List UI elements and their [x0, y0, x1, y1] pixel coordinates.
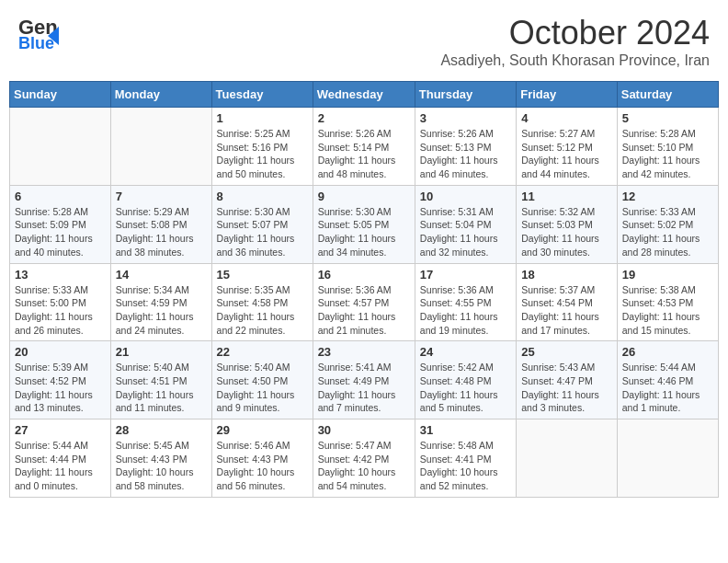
calendar-week-row: 6Sunrise: 5:28 AM Sunset: 5:09 PM Daylig…	[10, 185, 719, 263]
day-info: Sunrise: 5:40 AM Sunset: 4:50 PM Dayligh…	[217, 361, 308, 415]
day-number: 8	[217, 190, 308, 203]
day-info: Sunrise: 5:28 AM Sunset: 5:09 PM Dayligh…	[15, 205, 106, 259]
day-number: 9	[318, 190, 410, 203]
calendar-cell: 18Sunrise: 5:37 AM Sunset: 4:54 PM Dayli…	[517, 263, 618, 341]
day-info: Sunrise: 5:33 AM Sunset: 5:00 PM Dayligh…	[15, 283, 106, 338]
weekday-header: Saturday	[617, 82, 718, 108]
calendar-cell: 10Sunrise: 5:31 AM Sunset: 5:04 PM Dayli…	[415, 185, 516, 263]
calendar-cell: 19Sunrise: 5:38 AM Sunset: 4:53 PM Dayli…	[617, 263, 718, 341]
day-info: Sunrise: 5:47 AM Sunset: 4:42 PM Dayligh…	[318, 439, 410, 493]
calendar-cell: 28Sunrise: 5:45 AM Sunset: 4:43 PM Dayli…	[110, 419, 211, 498]
day-info: Sunrise: 5:26 AM Sunset: 5:14 PM Dayligh…	[318, 127, 410, 181]
day-number: 29	[217, 423, 308, 437]
day-info: Sunrise: 5:31 AM Sunset: 5:04 PM Dayligh…	[420, 205, 511, 259]
day-number: 18	[521, 268, 612, 282]
calendar-title: October 2024	[440, 14, 710, 52]
day-number: 19	[622, 268, 713, 282]
calendar-cell: 2Sunrise: 5:26 AM Sunset: 5:14 PM Daylig…	[313, 108, 415, 186]
day-info: Sunrise: 5:36 AM Sunset: 4:57 PM Dayligh…	[318, 283, 410, 338]
calendar-cell: 23Sunrise: 5:41 AM Sunset: 4:49 PM Dayli…	[313, 341, 415, 419]
weekday-header: Sunday	[10, 82, 111, 108]
weekday-header: Wednesday	[313, 82, 415, 108]
calendar-cell: 31Sunrise: 5:48 AM Sunset: 4:41 PM Dayli…	[415, 419, 516, 498]
calendar-cell	[517, 419, 618, 498]
day-info: Sunrise: 5:32 AM Sunset: 5:03 PM Dayligh…	[521, 205, 612, 259]
calendar-cell: 21Sunrise: 5:40 AM Sunset: 4:51 PM Dayli…	[110, 341, 211, 419]
calendar-cell: 25Sunrise: 5:43 AM Sunset: 4:47 PM Dayli…	[517, 341, 618, 419]
day-info: Sunrise: 5:33 AM Sunset: 5:02 PM Dayligh…	[622, 205, 713, 259]
day-info: Sunrise: 5:44 AM Sunset: 4:44 PM Dayligh…	[15, 439, 106, 493]
day-number: 14	[116, 268, 207, 282]
day-number: 10	[420, 190, 511, 203]
day-info: Sunrise: 5:30 AM Sunset: 5:07 PM Dayligh…	[217, 205, 308, 259]
svg-text:Blue: Blue	[18, 34, 54, 52]
calendar-cell: 22Sunrise: 5:40 AM Sunset: 4:50 PM Dayli…	[211, 341, 313, 419]
calendar-cell: 20Sunrise: 5:39 AM Sunset: 4:52 PM Dayli…	[10, 341, 111, 419]
day-number: 24	[420, 345, 511, 359]
calendar-cell: 13Sunrise: 5:33 AM Sunset: 5:00 PM Dayli…	[10, 263, 111, 341]
day-info: Sunrise: 5:25 AM Sunset: 5:16 PM Dayligh…	[217, 127, 308, 181]
calendar-cell: 7Sunrise: 5:29 AM Sunset: 5:08 PM Daylig…	[110, 185, 211, 263]
calendar-cell: 29Sunrise: 5:46 AM Sunset: 4:43 PM Dayli…	[211, 419, 313, 498]
calendar-cell: 6Sunrise: 5:28 AM Sunset: 5:09 PM Daylig…	[10, 185, 111, 263]
day-number: 15	[217, 268, 308, 282]
day-info: Sunrise: 5:43 AM Sunset: 4:47 PM Dayligh…	[521, 361, 612, 415]
calendar-cell: 15Sunrise: 5:35 AM Sunset: 4:58 PM Dayli…	[211, 263, 313, 341]
logo: General Blue	[18, 14, 59, 54]
calendar-cell: 16Sunrise: 5:36 AM Sunset: 4:57 PM Dayli…	[313, 263, 415, 341]
calendar-table: SundayMondayTuesdayWednesdayThursdayFrid…	[9, 81, 719, 498]
weekday-header: Tuesday	[211, 82, 313, 108]
day-info: Sunrise: 5:27 AM Sunset: 5:12 PM Dayligh…	[521, 127, 612, 181]
calendar-cell: 26Sunrise: 5:44 AM Sunset: 4:46 PM Dayli…	[617, 341, 718, 419]
day-info: Sunrise: 5:40 AM Sunset: 4:51 PM Dayligh…	[116, 361, 207, 415]
calendar-cell	[110, 108, 211, 186]
calendar-subtitle: Asadiyeh, South Khorasan Province, Iran	[440, 52, 710, 69]
calendar-cell: 3Sunrise: 5:26 AM Sunset: 5:13 PM Daylig…	[415, 108, 516, 186]
day-number: 6	[15, 190, 106, 203]
weekday-header: Friday	[517, 82, 618, 108]
calendar-cell: 11Sunrise: 5:32 AM Sunset: 5:03 PM Dayli…	[517, 185, 618, 263]
day-number: 2	[318, 111, 410, 125]
day-info: Sunrise: 5:34 AM Sunset: 4:59 PM Dayligh…	[116, 283, 207, 338]
day-number: 28	[116, 423, 207, 437]
day-info: Sunrise: 5:45 AM Sunset: 4:43 PM Dayligh…	[116, 439, 207, 493]
day-number: 31	[420, 423, 511, 437]
day-info: Sunrise: 5:35 AM Sunset: 4:58 PM Dayligh…	[217, 283, 308, 338]
day-number: 5	[622, 111, 713, 125]
calendar-week-row: 27Sunrise: 5:44 AM Sunset: 4:44 PM Dayli…	[10, 419, 719, 498]
day-info: Sunrise: 5:36 AM Sunset: 4:55 PM Dayligh…	[420, 283, 511, 338]
page-header: General Blue October 2024 Asadiyeh, Sout…	[9, 9, 719, 74]
day-info: Sunrise: 5:26 AM Sunset: 5:13 PM Dayligh…	[420, 127, 511, 181]
calendar-cell: 8Sunrise: 5:30 AM Sunset: 5:07 PM Daylig…	[211, 185, 313, 263]
day-number: 1	[217, 111, 308, 125]
day-number: 30	[318, 423, 410, 437]
day-number: 4	[521, 111, 612, 125]
day-number: 25	[521, 345, 612, 359]
weekday-header: Thursday	[415, 82, 516, 108]
title-block: October 2024 Asadiyeh, South Khorasan Pr…	[440, 14, 710, 69]
day-info: Sunrise: 5:46 AM Sunset: 4:43 PM Dayligh…	[217, 439, 308, 493]
calendar-week-row: 1Sunrise: 5:25 AM Sunset: 5:16 PM Daylig…	[10, 108, 719, 186]
day-number: 27	[15, 423, 106, 437]
logo-icon: General Blue	[18, 14, 59, 54]
calendar-cell: 14Sunrise: 5:34 AM Sunset: 4:59 PM Dayli…	[110, 263, 211, 341]
day-info: Sunrise: 5:42 AM Sunset: 4:48 PM Dayligh…	[420, 361, 511, 415]
day-number: 20	[15, 345, 106, 359]
day-number: 11	[521, 190, 612, 203]
day-number: 12	[622, 190, 713, 203]
day-info: Sunrise: 5:30 AM Sunset: 5:05 PM Dayligh…	[318, 205, 410, 259]
calendar-week-row: 20Sunrise: 5:39 AM Sunset: 4:52 PM Dayli…	[10, 341, 719, 419]
calendar-cell: 30Sunrise: 5:47 AM Sunset: 4:42 PM Dayli…	[313, 419, 415, 498]
calendar-cell: 1Sunrise: 5:25 AM Sunset: 5:16 PM Daylig…	[211, 108, 313, 186]
day-number: 16	[318, 268, 410, 282]
day-number: 7	[116, 190, 207, 203]
calendar-header-row: SundayMondayTuesdayWednesdayThursdayFrid…	[10, 82, 719, 108]
day-number: 22	[217, 345, 308, 359]
calendar-cell: 9Sunrise: 5:30 AM Sunset: 5:05 PM Daylig…	[313, 185, 415, 263]
day-info: Sunrise: 5:39 AM Sunset: 4:52 PM Dayligh…	[15, 361, 106, 415]
day-number: 21	[116, 345, 207, 359]
weekday-header: Monday	[110, 82, 211, 108]
calendar-cell: 4Sunrise: 5:27 AM Sunset: 5:12 PM Daylig…	[517, 108, 618, 186]
calendar-cell: 17Sunrise: 5:36 AM Sunset: 4:55 PM Dayli…	[415, 263, 516, 341]
calendar-cell: 5Sunrise: 5:28 AM Sunset: 5:10 PM Daylig…	[617, 108, 718, 186]
